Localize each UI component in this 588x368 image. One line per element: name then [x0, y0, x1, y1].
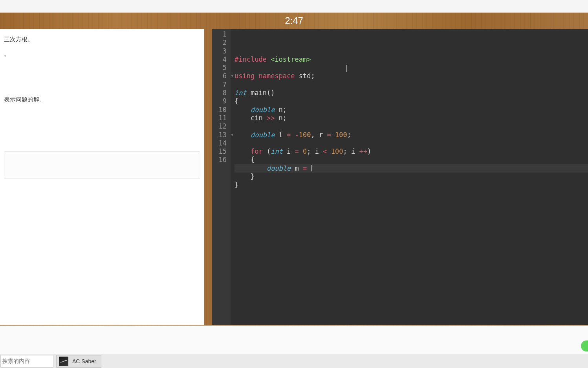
code-editor[interactable]: 12345678910111213141516 ▾▾ #include <ios…: [212, 29, 588, 325]
line-number: 14: [212, 139, 227, 147]
fold-marker: [231, 39, 234, 47]
line-number: 2: [212, 39, 227, 47]
browser-top-area: [0, 0, 588, 13]
code-line[interactable]: double m =: [234, 164, 588, 173]
problem-text-1: 三次方根。: [4, 34, 200, 45]
code-line[interactable]: double n;: [234, 106, 588, 114]
fold-marker: [231, 89, 234, 97]
fold-marker: [231, 156, 234, 164]
line-number: 10: [212, 106, 227, 114]
app-name: AC Saber: [72, 358, 96, 364]
line-number: 8: [212, 89, 227, 97]
code-line[interactable]: int main(): [234, 89, 588, 97]
code-text-area[interactable]: #include <iostream>using namespace std;i…: [234, 29, 588, 325]
panel-divider[interactable]: [204, 29, 212, 326]
windows-taskbar[interactable]: 搜索的内容 AC Saber: [0, 354, 588, 368]
code-line[interactable]: for (int i = 0; i < 100; i ++): [234, 147, 588, 156]
line-number: 11: [212, 114, 227, 122]
line-number: 3: [212, 47, 227, 55]
fold-marker: [231, 81, 234, 89]
code-line[interactable]: #include <iostream>: [234, 55, 588, 64]
code-line[interactable]: [234, 64, 588, 72]
problem-text-2: 表示问题的解。: [4, 94, 200, 105]
mouse-ibeam-cursor: [346, 65, 347, 72]
fold-marker: [231, 122, 234, 131]
fold-marker: [231, 47, 234, 55]
line-number: 4: [212, 55, 227, 64]
fold-marker[interactable]: ▾: [231, 131, 234, 139]
search-placeholder: 搜索的内容: [2, 358, 30, 365]
code-line[interactable]: [234, 139, 588, 147]
problem-statement-panel[interactable]: 三次方根。 。 表示问题的解。: [0, 29, 204, 325]
fold-marker: [231, 114, 234, 122]
line-number: 15: [212, 147, 227, 156]
code-line[interactable]: [234, 81, 588, 89]
line-number: 6: [212, 72, 227, 80]
code-line[interactable]: }: [234, 173, 588, 181]
line-number-gutter: 12345678910111213141516: [212, 29, 231, 325]
code-line[interactable]: [234, 122, 588, 131]
fold-marker: [231, 139, 234, 147]
problem-section-box: [4, 151, 200, 179]
fold-marker: [231, 30, 234, 39]
fold-marker: [231, 55, 234, 64]
code-line[interactable]: cin >> n;: [234, 114, 588, 122]
app-icon: [59, 357, 68, 366]
timer-text: 2:47: [285, 15, 303, 26]
fold-marker: [231, 147, 234, 156]
below-workspace: [0, 326, 588, 354]
fold-marker[interactable]: ▾: [231, 72, 234, 80]
code-line[interactable]: {: [234, 97, 588, 105]
fold-marker: [231, 106, 234, 114]
main-workspace: 2:47 三次方根。 。 表示问题的解。 1234567891011121314…: [0, 13, 588, 326]
line-number: 1: [212, 30, 227, 39]
timer-display: 2:47: [0, 13, 588, 29]
code-line[interactable]: using namespace std;: [234, 72, 588, 80]
problem-text-spacer: 。: [4, 48, 200, 66]
line-number: 16: [212, 156, 227, 164]
taskbar-search[interactable]: 搜索的内容: [0, 355, 53, 368]
code-line[interactable]: {: [234, 156, 588, 164]
code-line[interactable]: }: [234, 181, 588, 189]
taskbar-app-item[interactable]: AC Saber: [56, 355, 101, 368]
line-number: 9: [212, 97, 227, 105]
line-number: 7: [212, 81, 227, 89]
text-cursor: [311, 165, 311, 171]
line-number: 12: [212, 122, 227, 131]
fold-marker: [231, 97, 234, 105]
fold-column[interactable]: ▾▾: [231, 29, 234, 325]
line-number: 5: [212, 64, 227, 72]
line-number: 13: [212, 131, 227, 139]
code-line[interactable]: double l = -100, r = 100;: [234, 131, 588, 139]
fold-marker: [231, 64, 234, 72]
